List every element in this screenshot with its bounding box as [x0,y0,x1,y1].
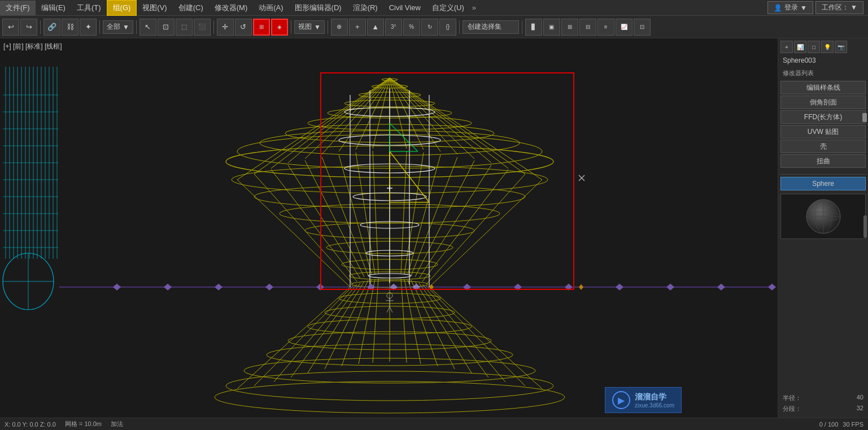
panel-icon-camera[interactable]: 📷 [835,41,847,53]
percent-snap-button[interactable]: % [403,19,420,36]
menu-more[interactable]: » [470,3,478,12]
rotate-button[interactable]: ↺ [235,19,252,36]
watermark-logo: ▶ [612,391,630,409]
viewport-label: [+] [前] [标准] [线框] [3,42,62,51]
view-dropdown[interactable]: 视图 ▼ [294,20,325,34]
main-content: [+] [前] [标准] [线框] [0,38,868,418]
panel-icon-graph[interactable]: 📊 [794,41,806,53]
separator-6 [328,20,328,34]
create-selection-set-input[interactable]: 创建选择集 [463,20,519,34]
unlink-button[interactable]: ⛓ [62,19,78,36]
separator-3 [136,20,137,34]
menu-render[interactable]: 渲染(R) [347,1,383,15]
all-dropdown-icon: ▼ [123,23,129,31]
menu-tools[interactable]: 工具(T) [71,1,107,15]
view-dropdown-icon: ▼ [314,23,321,31]
modifier-edit-spline[interactable]: 编辑样条线 [780,81,866,94]
menu-modifiers[interactable]: 修改器(M) [209,1,254,15]
menu-graph-editor[interactable]: 图形编辑器(D) [289,1,347,15]
scale-button[interactable]: ⊞ [253,19,270,36]
prop-segments: 分段： 32 [783,403,863,414]
angle-snap-button[interactable]: 3° [385,19,402,36]
modifier-uvw-map[interactable]: UVW 贴图 [780,125,866,138]
prop-radius-label: 半径： [783,394,801,402]
schematic-button[interactable]: ⊡ [634,19,651,36]
viewport[interactable]: [+] [前] [标准] [线框] [0,38,778,418]
named-sel-button[interactable]: ▊ [525,19,542,36]
user-dropdown-icon: ▼ [800,4,807,12]
modifier-separator [780,171,866,175]
transform-button[interactable]: + [349,19,366,36]
panel-icon-light[interactable]: 💡 [821,41,834,53]
link-button[interactable]: 🔗 [43,19,60,36]
menu-view[interactable]: 视图(V) [137,1,172,15]
modifier-bevel-profile[interactable]: 倒角剖面 [780,95,866,109]
status-coords: X: 0.0 Y: 0.0 Z: 0.0 [5,421,56,428]
modifier-preview [780,194,866,239]
watermark-play-icon: ▶ [618,395,625,406]
menu-group[interactable]: 组(G) [107,0,137,16]
undo-button[interactable]: ↩ [2,19,19,36]
right-panel-top-icons: + 📊 □ 💡 📷 [780,41,866,53]
modifier-ffd[interactable]: FFD(长方体) [780,110,866,124]
prop-segments-value: 32 [857,405,863,413]
menu-customize[interactable]: 自定义(U) [426,1,470,15]
status-additive: 加法 [111,420,123,428]
modifier-preview-sphere [804,197,843,236]
object-name: Sphere003 [780,55,866,66]
prop-radius-value: 40 [857,394,863,402]
select-lasso[interactable]: ⬛ [194,19,211,36]
status-fps: 30 FPS [843,421,863,428]
prop-radius: 半径： 40 [783,393,863,403]
right-panel-scrollbar[interactable] [863,215,867,238]
separator-4 [213,20,214,34]
menu-edit[interactable]: 编辑(E) [36,1,71,15]
curve-editor-button[interactable]: 📈 [616,19,633,36]
all-dropdown[interactable]: 全部 ▼ [103,20,133,34]
menu-animation[interactable]: 动画(A) [253,1,289,15]
user-login-button[interactable]: 👤 登录 ▼ [767,1,813,14]
redo-button[interactable]: ↪ [20,19,37,36]
move-button[interactable]: ✛ [217,19,234,36]
spinner-snap-button[interactable]: ↻ [421,19,438,36]
array-button[interactable]: ⊞ [561,19,578,36]
view-dropdown-label: 视图 [298,22,312,32]
layer-button[interactable]: ≡ [597,19,614,36]
mirror-button[interactable]: ▲ [367,19,384,36]
workspace-button[interactable]: 工作区： ▼ [815,1,863,14]
separator-2 [99,20,100,34]
all-dropdown-label: 全部 [107,22,120,32]
panel-icon-box[interactable]: □ [808,41,820,53]
menu-civil-view[interactable]: Civil View [383,1,426,14]
toolbar: ↩ ↪ 🔗 ⛓ ✦ 全部 ▼ ↖ ⊡ ⬚ ⬛ ✛ ↺ ⊞ ◈ 视图 ▼ ⊕ + … [0,16,868,38]
menu-bar: 文件(F) 编辑(E) 工具(T) 组(G) 视图(V) 创建(C) 修改器(M… [0,0,868,16]
sphere-props: 半径： 40 分段： 32 [780,392,866,415]
current-modifier-sphere[interactable]: Sphere [780,177,866,190]
modifier-twist[interactable]: 扭曲 [780,154,866,168]
separator-5 [291,20,291,34]
user-icon: 👤 [774,4,782,12]
separator-1 [40,20,41,34]
right-panel: + 📊 □ 💡 📷 Sphere003 修改器列表 编辑样条线 倒角剖面 FFD… [778,38,868,418]
menu-file[interactable]: 文件(F) [0,1,36,15]
create-selection-set-label: 创建选择集 [468,22,501,32]
separator-8 [522,20,522,34]
bind-button[interactable]: ✦ [80,19,97,36]
menu-create[interactable]: 创建(C) [173,1,209,15]
panel-icon-plus[interactable]: + [780,41,793,53]
status-grid: 网格 = 10.0m [65,420,102,428]
pivot-button[interactable]: ⊕ [331,19,348,36]
right-panel-scroll-thumb[interactable] [862,113,867,122]
isolate-button[interactable]: ▣ [543,19,560,36]
affect-region-button[interactable]: ◈ [271,19,288,36]
status-bar: X: 0.0 Y: 0.0 Z: 0.0 网格 = 10.0m 加法 0 / 1… [0,418,868,430]
select-button[interactable]: ↖ [139,19,156,36]
scene-svg [0,38,778,418]
align-button[interactable]: ⊟ [579,19,596,36]
modifier-shell[interactable]: 壳 [780,140,866,153]
select-lasso-dashed[interactable]: ⬚ [176,19,193,36]
extra-button[interactable]: {} [439,19,456,36]
workspace-label: 工作区： [822,3,849,11]
select-region-button[interactable]: ⊡ [158,19,175,36]
watermark-text: 溜溜自学 [635,392,674,402]
